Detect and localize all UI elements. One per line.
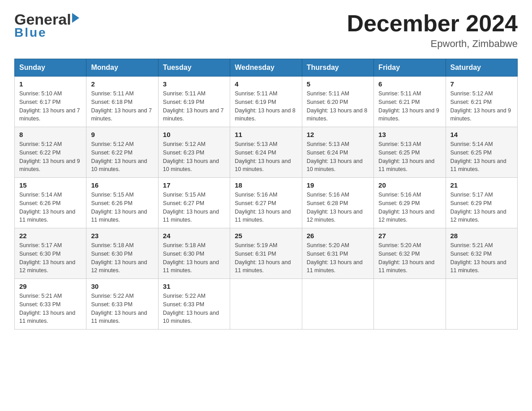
- day-info: Sunrise: 5:16 AMSunset: 6:29 PMDaylight:…: [378, 192, 434, 223]
- calendar-cell: 13 Sunrise: 5:13 AMSunset: 6:25 PMDaylig…: [374, 127, 446, 178]
- title-section: December 2024 Epworth, Zimbabwe: [347, 11, 518, 50]
- calendar-cell: 7 Sunrise: 5:12 AMSunset: 6:21 PMDayligh…: [446, 77, 517, 127]
- day-number: 21: [450, 181, 513, 189]
- day-number: 5: [307, 80, 369, 88]
- day-number: 6: [378, 80, 441, 88]
- calendar-cell: 3 Sunrise: 5:11 AMSunset: 6:19 PMDayligh…: [158, 77, 230, 127]
- day-info: Sunrise: 5:16 AMSunset: 6:28 PMDaylight:…: [307, 192, 363, 223]
- calendar-cell: 10 Sunrise: 5:12 AMSunset: 6:23 PMDaylig…: [158, 127, 230, 178]
- calendar-cell: 30 Sunrise: 5:22 AMSunset: 6:33 PMDaylig…: [86, 279, 158, 330]
- day-info: Sunrise: 5:10 AMSunset: 6:17 PMDaylight:…: [19, 90, 80, 122]
- day-number: 29: [19, 283, 82, 290]
- day-info: Sunrise: 5:11 AMSunset: 6:21 PMDaylight:…: [378, 90, 439, 122]
- day-number: 16: [91, 181, 153, 189]
- calendar-cell: 20 Sunrise: 5:16 AMSunset: 6:29 PMDaylig…: [374, 178, 446, 228]
- day-number: 2: [91, 80, 153, 88]
- day-info: Sunrise: 5:11 AMSunset: 6:19 PMDaylight:…: [163, 90, 224, 122]
- day-info: Sunrise: 5:11 AMSunset: 6:18 PMDaylight:…: [91, 90, 152, 122]
- day-number: 28: [450, 232, 513, 240]
- day-info: Sunrise: 5:20 AMSunset: 6:31 PMDaylight:…: [307, 242, 363, 274]
- day-number: 14: [450, 131, 513, 138]
- day-info: Sunrise: 5:18 AMSunset: 6:30 PMDaylight:…: [163, 242, 219, 274]
- header-wednesday: Wednesday: [230, 59, 302, 77]
- calendar-cell: 9 Sunrise: 5:12 AMSunset: 6:22 PMDayligh…: [86, 127, 158, 178]
- day-number: 30: [91, 283, 153, 290]
- calendar-cell: 14 Sunrise: 5:14 AMSunset: 6:25 PMDaylig…: [446, 127, 517, 178]
- day-number: 24: [163, 232, 225, 240]
- header-friday: Friday: [374, 59, 446, 77]
- day-info: Sunrise: 5:11 AMSunset: 6:20 PMDaylight:…: [307, 90, 368, 122]
- day-number: 27: [378, 232, 441, 240]
- calendar-cell: 21 Sunrise: 5:17 AMSunset: 6:29 PMDaylig…: [446, 178, 517, 228]
- day-number: 25: [235, 232, 297, 240]
- calendar-cell: 6 Sunrise: 5:11 AMSunset: 6:21 PMDayligh…: [374, 77, 446, 127]
- day-info: Sunrise: 5:12 AMSunset: 6:22 PMDaylight:…: [91, 141, 147, 172]
- day-info: Sunrise: 5:19 AMSunset: 6:31 PMDaylight:…: [235, 242, 291, 274]
- day-info: Sunrise: 5:13 AMSunset: 6:25 PMDaylight:…: [378, 141, 434, 172]
- calendar-cell: 25 Sunrise: 5:19 AMSunset: 6:31 PMDaylig…: [230, 228, 302, 279]
- day-number: 18: [235, 181, 297, 189]
- day-info: Sunrise: 5:15 AMSunset: 6:26 PMDaylight:…: [91, 192, 147, 223]
- week-row-2: 8 Sunrise: 5:12 AMSunset: 6:22 PMDayligh…: [15, 127, 518, 178]
- day-info: Sunrise: 5:12 AMSunset: 6:22 PMDaylight:…: [19, 141, 80, 172]
- header-tuesday: Tuesday: [158, 59, 230, 77]
- calendar-cell: [230, 279, 302, 330]
- calendar-cell: 17 Sunrise: 5:15 AMSunset: 6:27 PMDaylig…: [158, 178, 230, 228]
- calendar-cell: 12 Sunrise: 5:13 AMSunset: 6:24 PMDaylig…: [302, 127, 373, 178]
- day-number: 1: [19, 80, 82, 88]
- day-info: Sunrise: 5:14 AMSunset: 6:26 PMDaylight:…: [19, 192, 75, 223]
- calendar-cell: 4 Sunrise: 5:11 AMSunset: 6:19 PMDayligh…: [230, 77, 302, 127]
- day-number: 10: [163, 131, 225, 138]
- page-header: General Blue December 2024 Epworth, Zimb…: [14, 11, 518, 50]
- calendar-cell: 28 Sunrise: 5:21 AMSunset: 6:32 PMDaylig…: [446, 228, 517, 279]
- day-number: 15: [19, 181, 82, 189]
- header-sunday: Sunday: [15, 59, 86, 77]
- day-info: Sunrise: 5:22 AMSunset: 6:33 PMDaylight:…: [91, 293, 147, 324]
- header-saturday: Saturday: [446, 59, 517, 77]
- calendar-cell: [374, 279, 446, 330]
- day-info: Sunrise: 5:13 AMSunset: 6:24 PMDaylight:…: [235, 141, 291, 172]
- calendar-cell: 19 Sunrise: 5:16 AMSunset: 6:28 PMDaylig…: [302, 178, 373, 228]
- day-number: 19: [307, 181, 369, 189]
- day-info: Sunrise: 5:12 AMSunset: 6:23 PMDaylight:…: [163, 141, 219, 172]
- day-number: 23: [91, 232, 153, 240]
- day-number: 31: [163, 283, 225, 290]
- calendar-cell: 11 Sunrise: 5:13 AMSunset: 6:24 PMDaylig…: [230, 127, 302, 178]
- calendar-table: Sunday Monday Tuesday Wednesday Thursday…: [14, 59, 518, 330]
- day-number: 11: [235, 131, 297, 138]
- day-number: 22: [19, 232, 82, 240]
- logo-blue-text: Blue: [14, 26, 47, 40]
- day-info: Sunrise: 5:22 AMSunset: 6:33 PMDaylight:…: [163, 293, 219, 324]
- day-info: Sunrise: 5:11 AMSunset: 6:19 PMDaylight:…: [235, 90, 296, 122]
- month-title: December 2024: [347, 11, 518, 36]
- calendar-cell: 1 Sunrise: 5:10 AMSunset: 6:17 PMDayligh…: [15, 77, 86, 127]
- day-number: 26: [307, 232, 369, 240]
- header-monday: Monday: [86, 59, 158, 77]
- day-info: Sunrise: 5:13 AMSunset: 6:24 PMDaylight:…: [307, 141, 363, 172]
- day-number: 20: [378, 181, 441, 189]
- day-info: Sunrise: 5:20 AMSunset: 6:32 PMDaylight:…: [378, 242, 434, 274]
- day-info: Sunrise: 5:18 AMSunset: 6:30 PMDaylight:…: [91, 242, 147, 274]
- day-info: Sunrise: 5:16 AMSunset: 6:27 PMDaylight:…: [235, 192, 291, 223]
- week-row-1: 1 Sunrise: 5:10 AMSunset: 6:17 PMDayligh…: [15, 77, 518, 127]
- calendar-cell: 24 Sunrise: 5:18 AMSunset: 6:30 PMDaylig…: [158, 228, 230, 279]
- day-number: 8: [19, 131, 82, 138]
- week-row-5: 29 Sunrise: 5:21 AMSunset: 6:33 PMDaylig…: [15, 279, 518, 330]
- day-number: 4: [235, 80, 297, 88]
- location-title: Epworth, Zimbabwe: [347, 38, 518, 50]
- calendar-cell: 16 Sunrise: 5:15 AMSunset: 6:26 PMDaylig…: [86, 178, 158, 228]
- day-info: Sunrise: 5:17 AMSunset: 6:29 PMDaylight:…: [450, 192, 506, 223]
- calendar-cell: [302, 279, 373, 330]
- day-number: 3: [163, 80, 225, 88]
- day-number: 9: [91, 131, 153, 138]
- calendar-cell: [446, 279, 517, 330]
- day-number: 17: [163, 181, 225, 189]
- calendar-cell: 27 Sunrise: 5:20 AMSunset: 6:32 PMDaylig…: [374, 228, 446, 279]
- week-row-4: 22 Sunrise: 5:17 AMSunset: 6:30 PMDaylig…: [15, 228, 518, 279]
- day-number: 13: [378, 131, 441, 138]
- calendar-cell: 22 Sunrise: 5:17 AMSunset: 6:30 PMDaylig…: [15, 228, 86, 279]
- calendar-cell: 23 Sunrise: 5:18 AMSunset: 6:30 PMDaylig…: [86, 228, 158, 279]
- calendar-cell: 31 Sunrise: 5:22 AMSunset: 6:33 PMDaylig…: [158, 279, 230, 330]
- day-info: Sunrise: 5:21 AMSunset: 6:32 PMDaylight:…: [450, 242, 506, 274]
- week-row-3: 15 Sunrise: 5:14 AMSunset: 6:26 PMDaylig…: [15, 178, 518, 228]
